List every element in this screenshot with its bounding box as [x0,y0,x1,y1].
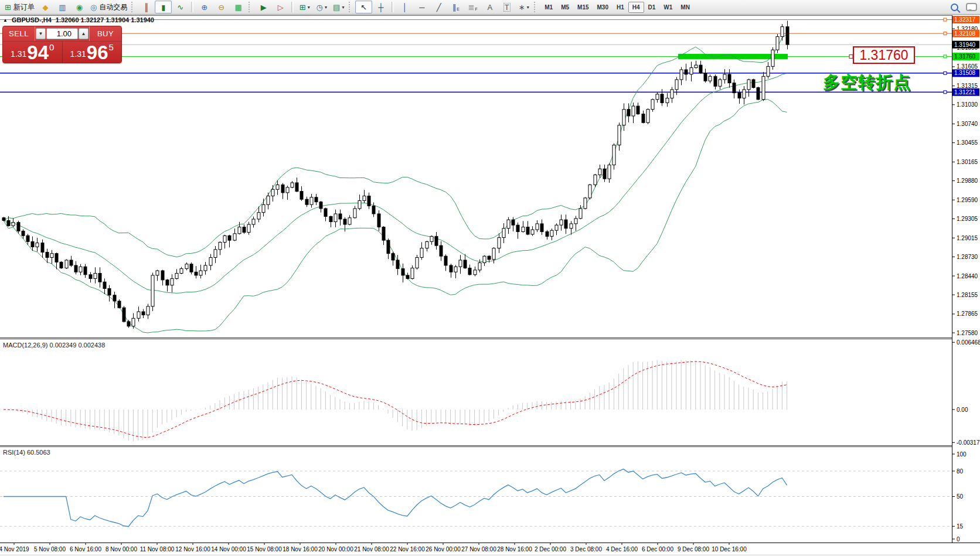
svg-text:20 Nov 00:00: 20 Nov 00:00 [318,546,353,552]
toolbar-grip[interactable] [534,2,537,12]
svg-text:1.30455: 1.30455 [957,139,978,146]
templates-button[interactable]: ▤▾ [330,1,347,13]
indicators-button[interactable]: ⊞▾ [296,1,313,13]
cursor-icon: ↖ [360,4,367,11]
auto-scroll-button[interactable]: ▶ [255,1,272,13]
chart-shift-icon: ▷ [278,4,284,11]
svg-text:6 Dec 00:00: 6 Dec 00:00 [642,546,673,552]
tile-windows-button[interactable]: ▦ [230,1,247,13]
chart-window-button[interactable]: ▥ [54,1,71,13]
svg-text:50: 50 [957,493,964,500]
svg-text:1.28155: 1.28155 [957,292,978,298]
buy-price[interactable]: 1.31 96 5 [63,42,122,63]
toolbar-grip[interactable] [131,2,135,12]
zoom-in-button[interactable]: ⊕ [196,1,213,13]
search-button[interactable] [946,1,963,13]
svg-text:1.31940: 1.31940 [954,42,976,48]
chat-button[interactable] [963,1,980,13]
line-chart-button[interactable]: ∿ [172,1,189,13]
svg-text:15 Nov 08:00: 15 Nov 08:00 [247,546,282,552]
quotes-button[interactable]: ◆ [37,1,54,13]
toolbar-grip[interactable] [349,2,352,12]
timeframe-m30-button[interactable]: M30 [593,2,612,13]
one-click-toggle-icon[interactable]: ▲ [3,18,8,23]
svg-text:5 Nov 08:00: 5 Nov 08:00 [34,546,66,552]
price-level-callout[interactable]: 1.31760 [853,46,915,64]
bar-chart-icon: ║ [144,4,149,11]
svg-text:0: 0 [957,536,960,543]
quotes-icon: ◆ [42,4,48,11]
sell-price[interactable]: 1.31 94 0 [3,42,63,63]
svg-text:1.31760: 1.31760 [954,53,976,60]
toolbar: ⊞新订单◆▥◉◎自动交易║▮∿⊕⊖▦▶▷⊞▾◷▾▤▾↖┼│─╱∥E≣FAT∗▾M… [0,0,980,15]
svg-text:12 Nov 16:00: 12 Nov 16:00 [175,546,210,552]
chart-shift-button[interactable]: ▷ [272,1,289,13]
sell-price-point: 0 [49,42,54,52]
icon-sub-label: F [475,7,478,11]
dropdown-caret-icon[interactable]: ▾ [342,5,344,10]
turning-point-annotation[interactable]: 多空转折点 [823,71,911,94]
dropdown-caret-icon[interactable]: ▾ [308,5,310,10]
svg-text:4 Dec 16:00: 4 Dec 16:00 [606,546,638,552]
new-order-button[interactable]: ⊞新订单 [2,1,37,13]
template-icon: ▤ [333,4,340,11]
signals-button[interactable]: ◉ [71,1,88,13]
chat-icon [966,3,977,11]
svg-text:2 Dec 00:00: 2 Dec 00:00 [535,546,566,552]
cursor-button[interactable]: ↖ [355,1,372,13]
tile-windows-icon: ▦ [235,4,242,11]
crosshair-button[interactable]: ┼ [372,1,389,13]
periods-button[interactable]: ◷▾ [313,1,330,13]
sell-button[interactable]: SELL [3,26,35,41]
text-icon: A [487,4,492,11]
autotrade-button[interactable]: ◎自动交易 [88,1,130,13]
timeframe-m5-button[interactable]: M5 [557,2,573,13]
rsi-indicator-label: RSI(14) 60.5063 [3,449,50,456]
svg-text:21 Nov 08:00: 21 Nov 08:00 [354,546,389,552]
buy-price-point: 5 [109,42,114,52]
svg-text:1.30740: 1.30740 [957,121,978,127]
volume-input[interactable]: 1.00 [46,28,78,39]
symbol-period-label: GBPUSD-,H4 [12,16,52,23]
fibonacci-button[interactable]: ≣F [464,1,481,13]
buy-button[interactable]: BUY [89,26,121,41]
ohlc-values: 1.32060 1.32127 1.31904 1.31940 [56,16,154,23]
svg-text:3 Dec 08:00: 3 Dec 08:00 [570,546,602,552]
vertical-line-button[interactable]: │ [396,1,413,13]
equidistant-channel-button[interactable]: ∥E [447,1,464,13]
svg-text:9 Dec 08:00: 9 Dec 08:00 [678,546,709,552]
dropdown-caret-icon[interactable]: ▾ [325,5,327,10]
volume-decrease-button[interactable]: ▼ [36,28,46,39]
bar-chart-button[interactable]: ║ [138,1,155,13]
timeframe-w1-button[interactable]: W1 [659,2,676,13]
timeframe-m1-button[interactable]: M1 [540,2,557,13]
volume-increase-button[interactable]: ▲ [79,28,89,39]
text-button[interactable]: A [481,1,498,13]
clock-icon: ◷ [317,4,323,11]
sell-price-pips: 94 [27,44,49,61]
new-order-button-label: 新订单 [13,2,35,12]
trendline-button[interactable]: ╱ [430,1,447,13]
timeframe-h4-button[interactable]: H4 [628,2,644,13]
toolbar-grip[interactable] [249,2,252,12]
svg-text:1.29880: 1.29880 [957,178,978,184]
timeframe-m15-button[interactable]: M15 [573,2,593,13]
timeframe-d1-button[interactable]: D1 [644,2,660,13]
zoom-out-button[interactable]: ⊖ [213,1,230,13]
text-label-icon: T [503,3,511,12]
chart-canvas[interactable]: 1.321801.318901.316051.313151.310301.307… [0,15,980,556]
text-label-button[interactable]: T [498,1,515,13]
add-indicator-icon: ⊞ [300,4,306,11]
timeframe-h1-button[interactable]: H1 [612,2,628,13]
search-icon [951,4,958,11]
candlestick-button[interactable]: ▮ [155,1,172,13]
timeframe-mn-button[interactable]: MN [676,2,694,13]
mt4-window: ⊞新订单◆▥◉◎自动交易║▮∿⊕⊖▦▶▷⊞▾◷▾▤▾↖┼│─╱∥E≣FAT∗▾M… [0,0,980,556]
arrows-button[interactable]: ∗▾ [515,1,532,13]
svg-text:1.31315: 1.31315 [957,83,978,89]
dropdown-caret-icon[interactable]: ▾ [527,5,529,10]
svg-text:1.31508: 1.31508 [954,70,976,76]
chart-ohlc-header: ▲ GBPUSD-,H4 1.32060 1.32127 1.31904 1.3… [3,16,154,23]
horizontal-line-button[interactable]: ─ [413,1,430,13]
svg-text:1.27865: 1.27865 [957,311,978,317]
